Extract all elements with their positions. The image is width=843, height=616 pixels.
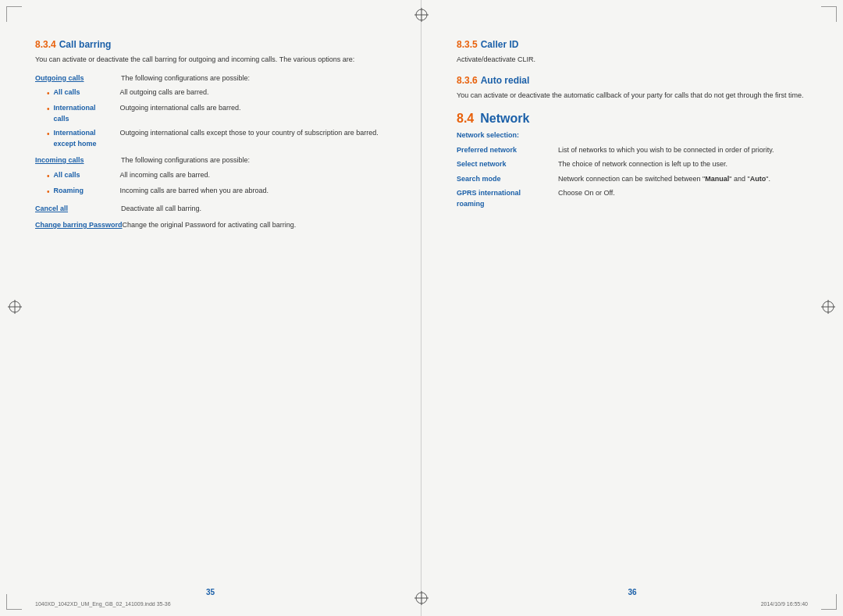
page-spread: 8.3.4 Call barring You can activate or d… xyxy=(0,0,843,616)
select-network-desc: The choice of network connection is left… xyxy=(558,159,808,170)
preferred-network-term: Preferred network xyxy=(457,145,558,156)
outgoing-calls-term[interactable]: Outgoing calls xyxy=(35,73,121,84)
international-calls-term: Internationalcalls xyxy=(54,103,120,124)
network-selection-term: Network selection: xyxy=(457,130,558,141)
change-barring-term[interactable]: Change barring Password xyxy=(35,220,123,231)
change-barring-row: Change barring Password Change the origi… xyxy=(35,220,386,231)
all-calls-outgoing-desc: All outgoing calls are barred. xyxy=(120,87,386,98)
section-834-heading: 8.3.4 Call barring xyxy=(35,39,386,50)
right-page: 8.3.5 Caller ID Activate/deactivate CLIR… xyxy=(422,0,843,616)
international-except-term: Internationalexcept home xyxy=(54,128,120,149)
section-834-title: Call barring xyxy=(59,39,112,50)
incoming-calls-desc: The following configurations are possibl… xyxy=(121,155,386,166)
left-page: 8.3.4 Call barring You can activate or d… xyxy=(0,0,422,616)
incoming-calls-term[interactable]: Incoming calls xyxy=(35,155,121,166)
section-836-number: 8.3.6 xyxy=(457,75,478,86)
bullet-icon: • xyxy=(47,186,50,198)
reg-mark-left xyxy=(8,300,22,317)
cancel-all-row: Cancel all Deactivate all call barring. xyxy=(35,204,386,215)
reg-mark-bottom xyxy=(414,591,429,608)
section-834: 8.3.4 Call barring You can activate or d… xyxy=(35,39,386,66)
section-835-heading: 8.3.5 Caller ID xyxy=(457,39,808,50)
left-footer-info: 1040XD_1042XD_UM_Eng_GB_02_141009.indd 3… xyxy=(35,601,171,607)
section-835-desc: Activate/deactivate CLIR. xyxy=(457,55,808,66)
roaming-desc: Incoming calls are barred when you are a… xyxy=(120,186,386,197)
gprs-roaming-desc: Choose On or Off. xyxy=(558,188,808,199)
section-834-number: 8.3.4 xyxy=(35,39,56,50)
search-mode-desc: Network connection can be switched betwe… xyxy=(558,174,808,185)
international-calls: • Internationalcalls Outgoing internatio… xyxy=(35,103,386,124)
right-footer-info: 2014/10/9 16:55:40 xyxy=(761,601,808,607)
reg-mark-top xyxy=(414,8,429,25)
change-barring-section: Change barring Password Change the origi… xyxy=(35,220,386,231)
section-84-number: 8.4 xyxy=(457,112,474,126)
outgoing-calls-desc: The following configurations are possibl… xyxy=(121,73,386,84)
bullet-icon: • xyxy=(47,128,50,140)
roaming: • Roaming Incoming calls are barred when… xyxy=(35,186,386,198)
all-calls-incoming-term: All calls xyxy=(54,170,120,181)
change-barring-desc: Change the original Password for activat… xyxy=(123,220,386,231)
all-calls-incoming-desc: All incoming calls are barred. xyxy=(120,170,386,181)
all-calls-incoming: • All calls All incoming calls are barre… xyxy=(35,170,386,182)
all-calls-outgoing: • All calls All outgoing calls are barre… xyxy=(35,87,386,99)
section-84-heading: 8.4 Network xyxy=(457,112,808,126)
international-except-desc: Outgoing international calls except thos… xyxy=(120,128,386,139)
incoming-calls-section: Incoming calls The following configurati… xyxy=(35,155,386,198)
section-835-title: Caller ID xyxy=(481,39,519,50)
international-calls-desc: Outgoing international calls are barred. xyxy=(120,103,386,114)
bullet-icon: • xyxy=(47,87,50,99)
reg-mark-right xyxy=(821,300,835,317)
cancel-all-term[interactable]: Cancel all xyxy=(35,204,121,215)
international-except-home: • Internationalexcept home Outgoing inte… xyxy=(35,128,386,149)
section-836-desc: You can activate or deactivate the autom… xyxy=(457,91,808,101)
outgoing-sub-items: • All calls All outgoing calls are barre… xyxy=(35,87,386,149)
preferred-network-row: Preferred network List of networks to wh… xyxy=(457,145,808,156)
gprs-roaming-row: GPRS internationalroaming Choose On or O… xyxy=(457,188,808,209)
network-selection-row: Network selection: xyxy=(457,130,808,141)
select-network-term: Select network xyxy=(457,159,558,170)
incoming-sub-items: • All calls All incoming calls are barre… xyxy=(35,170,386,198)
preferred-network-desc: List of networks to which you wish to be… xyxy=(558,145,808,156)
section-835: 8.3.5 Caller ID Activate/deactivate CLIR… xyxy=(457,39,808,66)
gprs-roaming-term: GPRS internationalroaming xyxy=(457,188,558,209)
section-836: 8.3.6 Auto redial You can activate or de… xyxy=(457,75,808,101)
section-836-title: Auto redial xyxy=(481,75,530,86)
search-mode-row: Search mode Network connection can be sw… xyxy=(457,174,808,185)
corner-tr xyxy=(821,6,837,22)
cancel-all-desc: Deactivate all call barring. xyxy=(121,204,386,215)
outgoing-calls-section: Outgoing calls The following configurati… xyxy=(35,73,386,150)
section-834-intro: You can activate or deactivate the call … xyxy=(35,55,386,66)
left-page-number: 35 xyxy=(35,588,386,596)
corner-br xyxy=(821,594,837,610)
bullet-icon: • xyxy=(47,170,50,182)
incoming-calls-row: Incoming calls The following configurati… xyxy=(35,155,386,166)
bullet-icon: • xyxy=(47,103,50,115)
section-84: 8.4 Network Network selection: Preferred… xyxy=(457,112,808,209)
network-items-table: Network selection: Preferred network Lis… xyxy=(457,130,808,209)
right-page-number: 36 xyxy=(457,588,808,596)
corner-bl xyxy=(6,594,22,610)
corner-tl xyxy=(6,6,22,22)
outgoing-calls-row: Outgoing calls The following configurati… xyxy=(35,73,386,84)
section-836-heading: 8.3.6 Auto redial xyxy=(457,75,808,86)
all-calls-outgoing-term: All calls xyxy=(54,87,120,98)
section-835-number: 8.3.5 xyxy=(457,39,478,50)
select-network-row: Select network The choice of network con… xyxy=(457,159,808,170)
search-mode-term: Search mode xyxy=(457,174,558,185)
section-84-title: Network xyxy=(480,112,529,126)
roaming-term: Roaming xyxy=(54,186,120,197)
cancel-all-section: Cancel all Deactivate all call barring. xyxy=(35,204,386,215)
